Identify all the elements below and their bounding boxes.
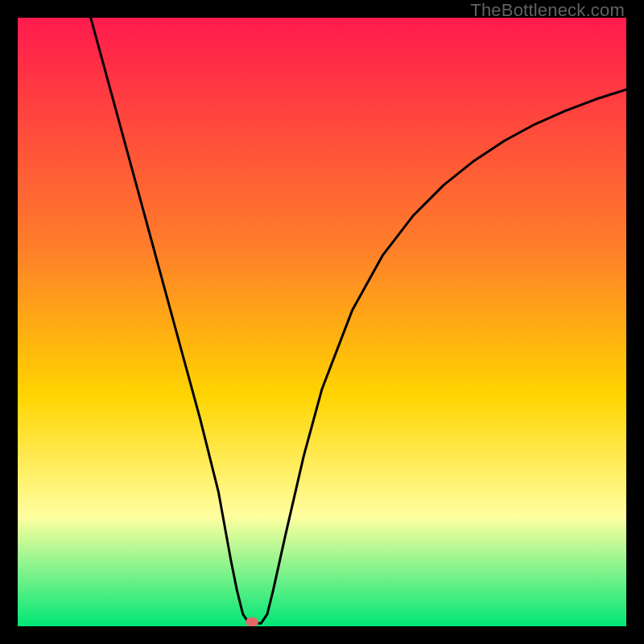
gradient-background bbox=[18, 18, 626, 626]
plot-area bbox=[18, 18, 626, 626]
watermark-text: TheBottleneck.com bbox=[470, 0, 625, 21]
chart-frame bbox=[18, 18, 626, 626]
chart-svg bbox=[18, 18, 626, 626]
